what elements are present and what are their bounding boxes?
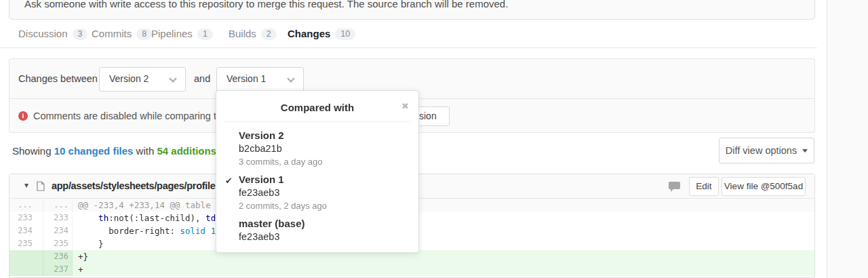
- new-line-number[interactable]: 236: [43, 250, 73, 263]
- dropdown-title: Compared with: [216, 102, 418, 113]
- old-line-number[interactable]: 233: [9, 212, 43, 224]
- from-version-select[interactable]: Version 2: [99, 67, 186, 92]
- old-line-number[interactable]: [9, 263, 43, 276]
- code-line: border-right: solid 1px $border-color;: [73, 224, 814, 237]
- mr-tabs: Discussion3 Commits8 Pipelines1 Builds2 …: [0, 20, 817, 48]
- new-line-number[interactable]: 233: [43, 212, 73, 224]
- view-file-button[interactable]: View file @500f5ad: [722, 177, 806, 196]
- close-icon[interactable]: ✖: [401, 101, 409, 111]
- check-icon: ✔: [225, 176, 233, 186]
- new-line-number: ...: [43, 199, 73, 212]
- pipelines-count-badge: 1: [197, 28, 213, 40]
- diff-view-options-button[interactable]: Diff view options: [719, 138, 814, 163]
- old-line-number: ...: [9, 199, 43, 212]
- new-line-number[interactable]: 235: [43, 237, 73, 250]
- tab-discussion[interactable]: Discussion3: [18, 20, 87, 48]
- code-line: }: [73, 237, 814, 250]
- old-line-number[interactable]: 234: [9, 224, 43, 237]
- code-line: +: [73, 263, 814, 276]
- commit-sha: b2cba21b: [239, 142, 323, 155]
- commit-sha: fe23aeb3: [239, 186, 327, 199]
- changed-files-link[interactable]: 10 changed files: [54, 145, 134, 157]
- dropdown-item-version-2[interactable]: Version 2 b2cba21b 3 commits, a day ago: [239, 130, 323, 167]
- discussion-count-badge: 3: [73, 28, 88, 40]
- diff-added-row: 237 +: [9, 263, 814, 276]
- file-icon: [37, 181, 45, 194]
- chevron-down-icon: [169, 75, 176, 82]
- diff-summary: Showing 10 changed files with 54 additio…: [12, 145, 236, 157]
- collapsed-right-sidebar[interactable]: [827, 0, 868, 278]
- commit-sha: fe23aeb3: [239, 231, 305, 243]
- compared-with-dropdown: Compared with ✖ ✔ Version 2 b2cba21b 3 c…: [216, 90, 419, 253]
- new-line-number[interactable]: 234: [43, 224, 73, 237]
- hunk-header-text: @@ -233,4 +233,14 @@ table {: [73, 199, 814, 212]
- dropdown-item-version-1[interactable]: Version 1 fe23aeb3 2 commits, 2 days ago: [239, 174, 327, 212]
- new-line-number[interactable]: 237: [43, 263, 73, 276]
- merge-request-alert: Ask someone with write access to this re…: [9, 0, 815, 20]
- tab-pipelines[interactable]: Pipelines1: [151, 20, 213, 48]
- commits-count-badge: 8: [136, 28, 152, 40]
- old-line-number[interactable]: 235: [9, 237, 43, 250]
- code-line: th:not(:last-child), td:not(:last-child)…: [73, 212, 814, 224]
- and-label: and: [194, 73, 210, 84]
- additions-count: 54 additions: [157, 145, 216, 157]
- to-version-select[interactable]: Version 1: [216, 67, 304, 92]
- divider: [224, 121, 410, 122]
- alert-info-icon: i: [18, 111, 28, 121]
- builds-count-badge: 2: [261, 28, 277, 40]
- old-line-number[interactable]: [9, 250, 43, 263]
- dropdown-item-master-base[interactable]: master (base) fe23aeb3: [239, 218, 305, 243]
- changes-between-label: Changes between: [18, 73, 98, 84]
- caret-down-icon: [802, 149, 808, 153]
- collapse-caret-icon[interactable]: ▾: [24, 180, 28, 190]
- tab-changes[interactable]: Changes10: [288, 20, 355, 48]
- alert-text: Ask someone with write access to this re…: [24, 0, 508, 9]
- comment-bubble-icon[interactable]: [669, 182, 680, 195]
- code-line: +}: [73, 250, 814, 263]
- changes-count-badge: 10: [335, 28, 355, 40]
- tab-commits[interactable]: Commits8: [92, 20, 152, 48]
- tab-builds[interactable]: Builds2: [229, 20, 277, 48]
- chevron-down-icon: [287, 75, 294, 82]
- edit-button[interactable]: Edit: [689, 177, 719, 196]
